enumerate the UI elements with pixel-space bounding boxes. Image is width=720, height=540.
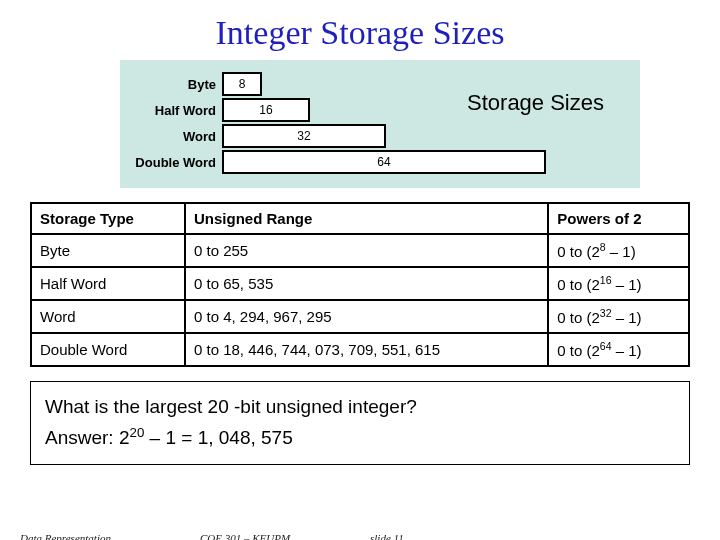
diagram-label: Word [126,129,222,144]
diagram-row: Word32 [126,124,626,148]
footer-left: Data Representation [20,532,111,540]
diagram-title: Storage Sizes [467,90,604,116]
diagram-label: Half Word [126,103,222,118]
diagram-label: Double Word [126,155,222,170]
cell-powers: 0 to (264 – 1) [548,333,689,366]
diagram-label: Byte [126,77,222,92]
cell-powers: 0 to (28 – 1) [548,234,689,267]
question-text: What is the largest 20 -bit unsigned int… [45,392,675,422]
table-row: Byte0 to 2550 to (28 – 1) [31,234,689,267]
cell-powers: 0 to (232 – 1) [548,300,689,333]
diagram-row: Double Word64 [126,150,626,174]
cell-type: Double Word [31,333,185,366]
storage-table: Storage TypeUnsigned RangePowers of 2 By… [30,202,690,367]
diagram-bar: 32 [222,124,386,148]
diagram-bar: 64 [222,150,546,174]
cell-range: 0 to 4, 294, 967, 295 [185,300,548,333]
diagram-bar: 16 [222,98,310,122]
cell-range: 0 to 18, 446, 744, 073, 709, 551, 615 [185,333,548,366]
table-header: Storage Type [31,203,185,234]
table-header: Powers of 2 [548,203,689,234]
cell-range: 0 to 65, 535 [185,267,548,300]
table-row: Half Word0 to 65, 5350 to (216 – 1) [31,267,689,300]
footer-mid: COE 301 – KFUPM [200,532,290,540]
table-header: Unsigned Range [185,203,548,234]
cell-powers: 0 to (216 – 1) [548,267,689,300]
cell-type: Half Word [31,267,185,300]
page-title: Integer Storage Sizes [0,0,720,60]
answer-text: Answer: 220 – 1 = 1, 048, 575 [45,422,675,454]
storage-diagram: Storage Sizes Byte8Half Word16Word32Doub… [120,60,640,188]
table-row: Double Word0 to 18, 446, 744, 073, 709, … [31,333,689,366]
footer-slide: slide 11 [370,532,404,540]
qa-box: What is the largest 20 -bit unsigned int… [30,381,690,465]
diagram-bar: 8 [222,72,262,96]
cell-range: 0 to 255 [185,234,548,267]
cell-type: Word [31,300,185,333]
cell-type: Byte [31,234,185,267]
table-row: Word0 to 4, 294, 967, 2950 to (232 – 1) [31,300,689,333]
